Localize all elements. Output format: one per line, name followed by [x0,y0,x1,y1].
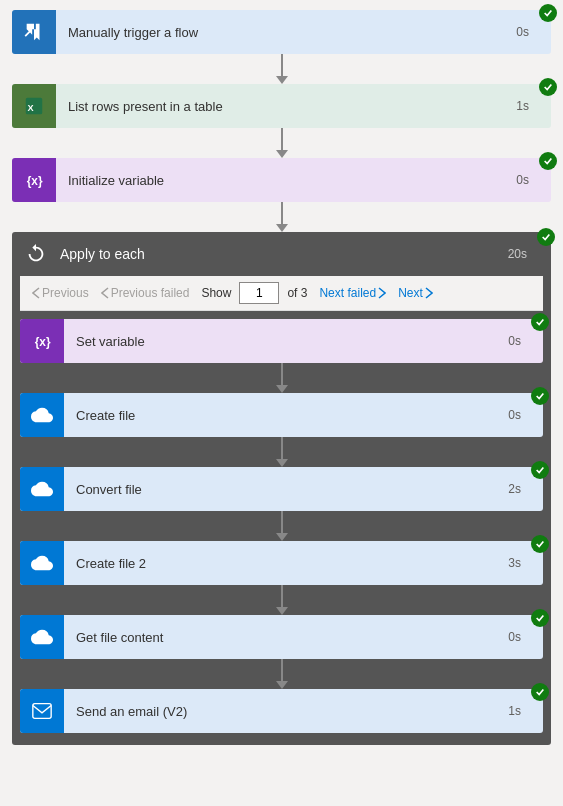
step-manually-trigger: Manually trigger a flow 0s [12,10,551,84]
apply-to-each-label: Apply to each [60,246,508,262]
apply-icon [25,243,47,265]
convert-file-check [531,461,549,479]
inner-steps: {x} Set variable 0s Create file [12,319,551,733]
connector-1 [281,54,283,76]
manually-trigger-label: Manually trigger a flow [56,25,516,40]
inner-connector-arrow-2 [276,459,288,467]
set-var-card[interactable]: {x} Set variable 0s [20,319,543,363]
inner-connector-arrow-5 [276,681,288,689]
previous-failed-button[interactable]: Previous failed [97,284,194,302]
inner-connector-arrow-1 [276,385,288,393]
apply-to-each-header[interactable]: Apply to each 20s [12,232,551,276]
svg-text:{x}: {x} [27,174,43,188]
inner-connector-2 [281,437,283,459]
connector-arrow-2 [276,150,288,158]
get-file-content-label: Get file content [64,630,508,645]
create-file-card[interactable]: Create file 0s [20,393,543,437]
get-file-content-duration: 0s [508,630,543,644]
inner-connector-3 [281,511,283,533]
send-email-duration: 1s [508,704,543,718]
inner-connector-arrow-4 [276,607,288,615]
convert-file-card[interactable]: Convert file 2s [20,467,543,511]
apply-icon-box [20,238,52,270]
cloud-icon-3 [31,552,53,574]
connector-2 [281,128,283,150]
create-file-duration: 0s [508,408,543,422]
manually-trigger-duration: 0s [516,25,551,39]
trigger-icon-box [12,10,56,54]
convert-file-icon-box [20,467,64,511]
previous-failed-label: Previous failed [111,286,190,300]
get-file-icon-box [20,615,64,659]
svg-rect-4 [33,704,51,719]
excel-icon-box: X [12,84,56,128]
list-rows-label: List rows present in a table [56,99,516,114]
previous-label: Previous [42,286,89,300]
create-file-2-check [531,535,549,553]
inner-connector-1 [281,363,283,385]
show-label: Show [201,286,231,300]
get-file-content-card[interactable]: Get file content 0s [20,615,543,659]
inner-connector-4 [281,585,283,607]
list-rows-duration: 1s [516,99,551,113]
connector-arrow-3 [276,224,288,232]
previous-button[interactable]: Previous [28,284,93,302]
page-input[interactable] [239,282,279,304]
apply-to-each-check [537,228,555,246]
send-email-icon-box [20,689,64,733]
variable-icon-2: {x} [31,330,53,352]
send-email-label: Send an email (V2) [64,704,508,719]
next-failed-label: Next failed [319,286,376,300]
next-label: Next [398,286,423,300]
create-file-label: Create file [64,408,508,423]
cloud-icon-2 [31,478,53,500]
create-file-icon-box [20,393,64,437]
set-var-check [531,313,549,331]
inner-connector-arrow-3 [276,533,288,541]
pagination-bar: Previous Previous failed Show of 3 Next … [20,276,543,311]
of-label: of 3 [287,286,307,300]
set-var-duration: 0s [508,334,543,348]
create-file-2-label: Create file 2 [64,556,508,571]
init-var-duration: 0s [516,173,551,187]
email-icon [31,700,53,722]
svg-text:{x}: {x} [35,335,51,349]
init-var-card[interactable]: {x} Initialize variable 0s [12,158,551,202]
inner-connector-5 [281,659,283,681]
chevron-left-icon [32,287,40,299]
apply-to-each-container: Apply to each 20s Previous Previous fail… [12,232,551,745]
variable-icon-1: {x} [23,169,45,191]
list-rows-card[interactable]: X List rows present in a table 1s [12,84,551,128]
cloud-icon-4 [31,626,53,648]
excel-icon: X [23,95,45,117]
manually-trigger-check [539,4,557,22]
get-file-content-check [531,609,549,627]
step-init-var: {x} Initialize variable 0s [12,158,551,232]
init-var-check [539,152,557,170]
create-file-2-icon-box [20,541,64,585]
convert-file-label: Convert file [64,482,508,497]
send-email-card[interactable]: Send an email (V2) 1s [20,689,543,733]
flow-container: Manually trigger a flow 0s X List rows p… [0,0,563,755]
chevron-right-icon-1 [378,287,386,299]
chevron-left-icon-2 [101,287,109,299]
connector-3 [281,202,283,224]
chevron-right-icon-2 [425,287,433,299]
set-var-label: Set variable [64,334,508,349]
send-email-check [531,683,549,701]
svg-text:X: X [28,103,35,113]
set-var-icon-box: {x} [20,319,64,363]
create-file-check [531,387,549,405]
manually-trigger-card[interactable]: Manually trigger a flow 0s [12,10,551,54]
cloud-icon-1 [31,404,53,426]
trigger-icon [23,21,45,43]
variable-icon-box-1: {x} [12,158,56,202]
connector-arrow-1 [276,76,288,84]
init-var-label: Initialize variable [56,173,516,188]
convert-file-duration: 2s [508,482,543,496]
next-failed-button[interactable]: Next failed [315,284,390,302]
create-file-2-card[interactable]: Create file 2 3s [20,541,543,585]
create-file-2-duration: 3s [508,556,543,570]
next-button[interactable]: Next [394,284,437,302]
step-list-rows: X List rows present in a table 1s [12,84,551,158]
